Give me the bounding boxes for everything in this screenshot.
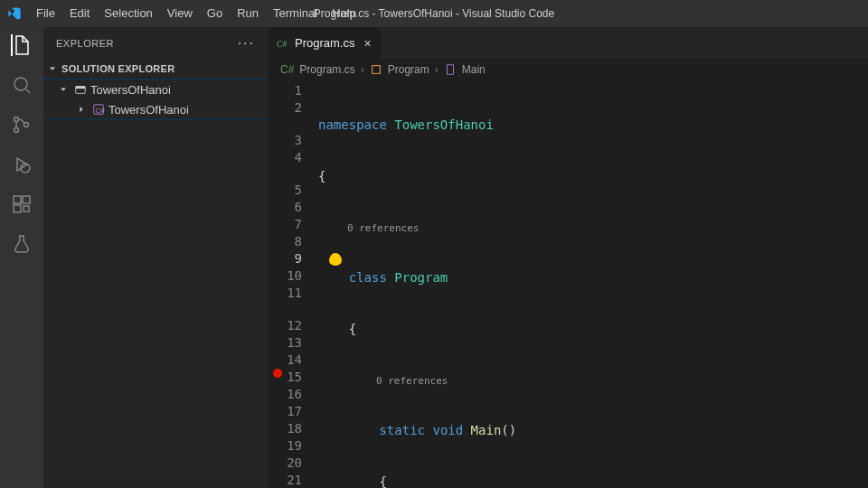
svg-point-0 (14, 78, 27, 90)
tab-program-cs[interactable]: C# Program.cs × (268, 27, 382, 59)
line-number: 5 (268, 182, 302, 199)
svg-point-2 (14, 128, 19, 133)
tree-root-label: TowersOfHanoi (90, 83, 171, 97)
svg-rect-7 (14, 205, 21, 212)
method-icon (444, 63, 457, 76)
csharp-file-icon: C# (277, 37, 289, 50)
source-control-icon[interactable] (11, 114, 33, 136)
line-number (268, 117, 302, 132)
chevron-right-icon: › (435, 63, 439, 76)
tab-label: Program.cs (295, 36, 354, 50)
solution-icon (74, 83, 87, 96)
line-number: 20 (268, 455, 302, 472)
line-number: 13 (268, 334, 302, 352)
line-number: 7 (268, 216, 302, 233)
line-number: 4 (268, 149, 302, 166)
svg-rect-15 (447, 65, 453, 75)
breadcrumb-class[interactable]: Program (388, 63, 429, 76)
codelens[interactable]: 0 references (318, 222, 419, 234)
line-number: 6 (268, 199, 302, 216)
svg-text:C#: C# (96, 107, 106, 115)
code-lines[interactable]: namespace TowersOfHanoi { 0 references c… (318, 80, 868, 488)
svg-rect-10 (76, 87, 86, 89)
title-bar: File Edit Selection View Go Run Terminal… (0, 0, 868, 27)
solution-tree: TowersOfHanoi C# TowersOfHanoi (43, 79, 268, 120)
sidebar-title: EXPLORER (56, 38, 114, 49)
menu-go[interactable]: Go (200, 0, 230, 27)
editor-tabs: C# Program.cs × (268, 27, 868, 59)
tree-project-label: TowersOfHanoi (108, 103, 189, 117)
chevron-right-icon: › (361, 63, 364, 76)
tree-solution-root[interactable]: TowersOfHanoi (43, 80, 268, 99)
breadcrumb-file[interactable]: Program.cs (299, 63, 354, 76)
line-number (268, 166, 302, 182)
svg-text:C#: C# (277, 38, 287, 48)
svg-point-3 (24, 123, 29, 127)
chevron-down-icon (58, 84, 71, 95)
menu-view[interactable]: View (160, 0, 200, 27)
codelens[interactable]: 0 references (318, 375, 448, 387)
svg-rect-6 (23, 196, 30, 203)
search-icon[interactable] (11, 74, 33, 96)
menu-run[interactable]: Run (230, 0, 266, 27)
activity-bar (0, 27, 43, 488)
svg-rect-14 (372, 66, 380, 74)
line-number: 11 (268, 285, 302, 302)
sidebar: EXPLORER ··· SOLUTION EXPLORER TowersOfH… (43, 27, 268, 488)
extensions-icon[interactable] (11, 193, 33, 215)
menu-selection[interactable]: Selection (97, 0, 159, 27)
section-title: SOLUTION EXPLORER (61, 63, 175, 74)
svg-rect-8 (24, 206, 29, 211)
line-number: 14 (268, 352, 302, 369)
line-number: 3 (268, 132, 302, 149)
line-number-gutter: 1 2 3 4 5 6 7 8 9 10 11 12 13 14 15 16 1… (268, 80, 318, 488)
menu-edit[interactable]: Edit (62, 0, 97, 27)
class-icon (370, 63, 382, 76)
more-actions-icon[interactable]: ··· (238, 35, 255, 52)
line-number: 10 (268, 267, 302, 285)
line-number (268, 302, 302, 317)
line-number: 1 (268, 82, 302, 99)
code-editor[interactable]: 1 2 3 4 5 6 7 8 9 10 11 12 13 14 15 16 1… (268, 80, 868, 488)
line-number: 19 (268, 437, 302, 455)
csharp-file-icon: C# (280, 63, 294, 76)
lightbulb-icon[interactable] (329, 253, 342, 266)
sidebar-header: EXPLORER ··· (43, 27, 268, 59)
line-number: 9 (268, 250, 302, 267)
editor-area: C# Program.cs × C# Program.cs › Program … (268, 27, 868, 488)
line-number: 8 (268, 233, 302, 250)
breadcrumb-method[interactable]: Main (462, 63, 486, 76)
tree-project[interactable]: C# TowersOfHanoi (43, 99, 268, 119)
svg-rect-5 (14, 196, 21, 203)
line-number: 15 (268, 369, 302, 386)
run-debug-icon[interactable] (11, 154, 33, 175)
close-icon[interactable]: × (363, 36, 371, 51)
window-title: Program.cs - TowersOfHanoi - Visual Stud… (314, 7, 554, 20)
menu-file[interactable]: File (29, 0, 62, 27)
chevron-down-icon (47, 63, 58, 74)
testing-icon[interactable] (11, 233, 33, 255)
csharp-project-icon: C# (92, 103, 105, 116)
line-number: 17 (268, 403, 302, 420)
line-number: 2 (268, 99, 302, 117)
vscode-logo-icon (7, 6, 22, 21)
line-number: 16 (268, 386, 302, 403)
svg-point-1 (14, 117, 19, 122)
solution-explorer-section[interactable]: SOLUTION EXPLORER (43, 59, 268, 79)
explorer-icon[interactable] (11, 34, 33, 56)
line-number: 21 (268, 472, 302, 488)
line-number: 18 (268, 420, 302, 437)
breadcrumb[interactable]: C# Program.cs › Program › Main (268, 59, 868, 80)
chevron-right-icon (76, 104, 89, 115)
line-number: 12 (268, 317, 302, 334)
